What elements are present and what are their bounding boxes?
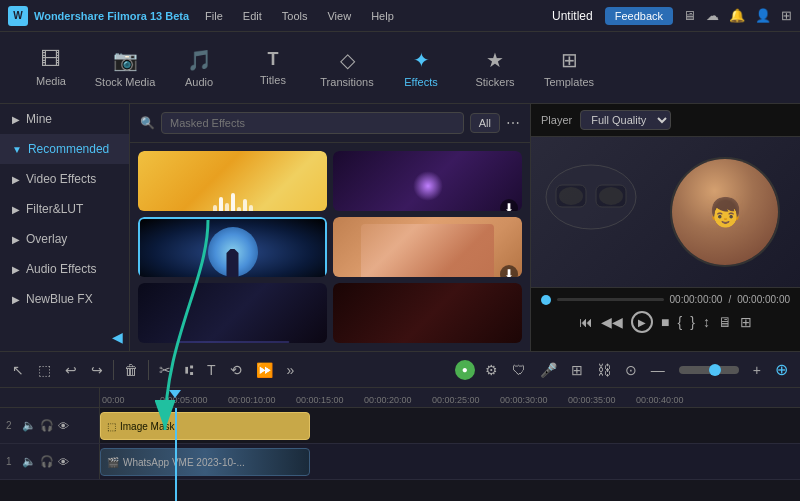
ruler-header-spacer xyxy=(0,388,100,407)
sidebar-item-mine[interactable]: ▶ Mine xyxy=(0,104,129,134)
step-back-button[interactable]: ◀◀ xyxy=(601,314,623,330)
tool-templates-label: Templates xyxy=(544,76,594,88)
menu-edit[interactable]: Edit xyxy=(239,8,266,24)
sidebar-item-newblue[interactable]: ▶ NewBlue FX xyxy=(0,284,129,314)
sidebar-filter-label: Filter&LUT xyxy=(26,202,83,216)
sidebar-collapse-icon[interactable]: ◀ xyxy=(112,329,123,345)
effect-card-warmfam[interactable]: ⬇ Warm Family 01 xyxy=(333,217,522,277)
search-input[interactable] xyxy=(161,112,464,134)
child-in-vr: 👦 xyxy=(672,159,778,265)
tl-minus-icon[interactable]: — xyxy=(647,360,669,380)
tool-templates[interactable]: ⊞ Templates xyxy=(534,36,604,100)
track-1-number: 1 xyxy=(6,456,18,467)
fullscreen-button[interactable]: 🖥 xyxy=(718,314,732,330)
tl-reverse[interactable]: ⟲ xyxy=(226,360,246,380)
feedback-button[interactable]: Feedback xyxy=(605,7,673,25)
effect-card-light18[interactable]: ⬇ Light Effect 18 xyxy=(333,151,522,211)
sidebar-item-filter[interactable]: ▶ Filter&LUT xyxy=(0,194,129,224)
app-name: Wondershare Filmora 13 Beta xyxy=(34,10,189,22)
tl-zoom-slider[interactable] xyxy=(679,366,739,374)
tool-stock[interactable]: 📷 Stock Media xyxy=(90,36,160,100)
quality-select[interactable]: Full Quality Half Quality xyxy=(580,110,671,130)
tl-crop[interactable]: ✂ xyxy=(155,360,175,380)
tl-mic-icon[interactable]: 🎤 xyxy=(536,360,561,380)
tl-plus-icon[interactable]: + xyxy=(749,360,765,380)
tl-text[interactable]: T xyxy=(203,360,220,380)
tool-media[interactable]: 🎞 Media xyxy=(16,36,86,100)
timeline-toolbar: ↖ ⬚ ↩ ↪ 🗑 ✂ ⑆ T ⟲ ⏩ » ● ⚙ 🛡 🎤 ⊞ ⛓ ⊙ — + … xyxy=(0,352,800,388)
track-2-mute-icon[interactable]: 🔈 xyxy=(22,419,36,432)
track-1-solo-icon[interactable]: 🎧 xyxy=(40,455,54,468)
effects-panel: 🔍 All ⋯ Aud xyxy=(130,104,530,351)
ruler-mark-1: 0:00:05:000 xyxy=(160,395,208,405)
download-icon-light18[interactable]: ⬇ xyxy=(500,199,518,211)
bell-icon[interactable]: 🔔 xyxy=(729,8,745,23)
cloud-icon[interactable]: ☁ xyxy=(706,8,719,23)
tl-settings-icon[interactable]: ⚙ xyxy=(481,360,502,380)
tl-add-track[interactable]: ⊕ xyxy=(771,358,792,381)
track-row-2: 2 🔈 🎧 👁 ⬚ Image Mask xyxy=(0,408,800,444)
tool-audio[interactable]: 🎵 Audio xyxy=(164,36,234,100)
clip-video-label: WhatsApp VME 2023-10-... xyxy=(123,457,245,468)
sidebar-item-overlay[interactable]: ▶ Overlay xyxy=(0,224,129,254)
effect-thumbnail-light18: ⬇ xyxy=(333,151,522,211)
track-1-lock-icon[interactable]: 👁 xyxy=(58,456,69,468)
tl-select-tool[interactable]: ⬚ xyxy=(34,360,55,380)
user-icon[interactable]: 👤 xyxy=(755,8,771,23)
preview-panel: Player Full Quality Half Quality xyxy=(530,104,800,351)
menu-tools[interactable]: Tools xyxy=(278,8,312,24)
tl-zoom-more[interactable]: » xyxy=(283,360,299,380)
mark-out-button[interactable]: } xyxy=(690,314,695,330)
skip-back-button[interactable]: ⏮ xyxy=(579,314,593,330)
sidebar-audio-effects-label: Audio Effects xyxy=(26,262,97,276)
tool-stickers[interactable]: ★ Stickers xyxy=(460,36,530,100)
tl-magnet-icon[interactable]: ⊙ xyxy=(621,360,641,380)
tl-undo[interactable]: ↩ xyxy=(61,360,81,380)
track-1-controls: 1 🔈 🎧 👁 xyxy=(0,444,100,479)
menu-view[interactable]: View xyxy=(323,8,355,24)
tl-layers-icon[interactable]: ⊞ xyxy=(567,360,587,380)
tl-delete[interactable]: 🗑 xyxy=(120,360,142,380)
more-options-icon[interactable]: ⋯ xyxy=(506,115,520,131)
tl-pointer-tool[interactable]: ↖ xyxy=(8,360,28,380)
tool-stock-label: Stock Media xyxy=(95,76,156,88)
clip-image-mask-label: Image Mask xyxy=(120,421,174,432)
monitor-icon[interactable]: 🖥 xyxy=(683,8,696,23)
app-icon: W xyxy=(8,6,28,26)
effect-card-audio-vis[interactable]: Audio Visualizer Glow xyxy=(138,151,327,211)
stop-button[interactable]: ■ xyxy=(661,314,669,330)
sidebar-item-audio-effects[interactable]: ▶ Audio Effects xyxy=(0,254,129,284)
effect-card-dark2[interactable] xyxy=(333,283,522,343)
play-button[interactable]: ▶ xyxy=(631,311,653,333)
tl-link-icon[interactable]: ⛓ xyxy=(593,360,615,380)
grid-view-button[interactable]: ⊞ xyxy=(740,314,752,330)
track-2-solo-icon[interactable]: 🎧 xyxy=(40,419,54,432)
sidebar-item-recommended[interactable]: ▼ Recommended xyxy=(0,134,129,164)
mark-in-button[interactable]: { xyxy=(678,314,683,330)
tool-transitions[interactable]: ◇ Transitions xyxy=(312,36,382,100)
tl-speed[interactable]: ⏩ xyxy=(252,360,277,380)
download-icon-warmfam[interactable]: ⬇ xyxy=(500,265,518,277)
tl-split[interactable]: ⑆ xyxy=(181,360,197,380)
fit-button[interactable]: ↕ xyxy=(703,314,710,330)
effect-card-dark1[interactable] xyxy=(138,283,327,343)
track-1-mute-icon[interactable]: 🔈 xyxy=(22,455,36,468)
tl-redo[interactable]: ↪ xyxy=(87,360,107,380)
grid-icon[interactable]: ⊞ xyxy=(781,8,792,23)
menu-help[interactable]: Help xyxy=(367,8,398,24)
effect-card-imgmask[interactable]: Image Mask xyxy=(138,217,327,277)
tl-shield-icon[interactable]: 🛡 xyxy=(508,360,530,380)
clip-image-mask[interactable]: ⬚ Image Mask xyxy=(100,412,310,440)
tool-effects[interactable]: ✦ Effects xyxy=(386,36,456,100)
tl-record-button[interactable]: ● xyxy=(455,360,475,380)
menu-file[interactable]: File xyxy=(201,8,227,24)
stickers-icon: ★ xyxy=(486,48,504,72)
effect-thumbnail-audio-vis xyxy=(138,151,327,211)
sidebar-item-video-effects[interactable]: ▶ Video Effects xyxy=(0,164,129,194)
tool-titles[interactable]: T Titles xyxy=(238,36,308,100)
clip-video[interactable]: 🎬 WhatsApp VME 2023-10-... xyxy=(100,448,310,476)
track-2-controls: 2 🔈 🎧 👁 xyxy=(0,408,100,443)
tool-audio-label: Audio xyxy=(185,76,213,88)
track-2-lock-icon[interactable]: 👁 xyxy=(58,420,69,432)
filter-button[interactable]: All xyxy=(470,113,500,133)
